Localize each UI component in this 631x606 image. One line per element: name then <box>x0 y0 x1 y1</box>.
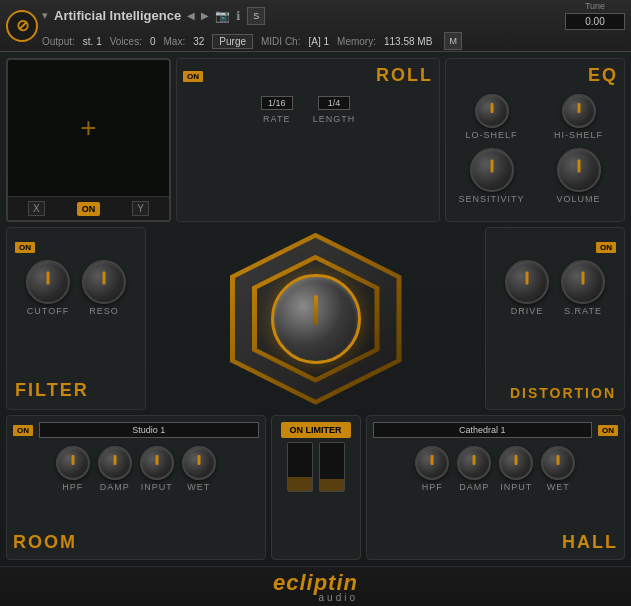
distortion-drive-group: DRIVE <box>505 260 549 316</box>
room-input-group: INPUT <box>140 446 174 492</box>
x-button[interactable]: X <box>28 201 45 216</box>
distortion-srate-label: S.RATE <box>564 306 602 316</box>
lcd-panel: + X ON Y <box>6 58 171 222</box>
room-preset[interactable]: Studio 1 <box>39 422 259 438</box>
distortion-on-indicator[interactable]: ON <box>596 236 616 254</box>
limiter-meters <box>287 442 345 492</box>
distortion-knobs: DRIVE S.RATE <box>494 260 616 316</box>
s-button[interactable]: S <box>247 7 265 25</box>
room-input-label: INPUT <box>141 482 173 492</box>
eq-lo-shelf-group: LO-SHELF <box>452 94 531 140</box>
filter-cutoff-knob[interactable] <box>26 260 70 304</box>
hall-wet-knob[interactable] <box>541 446 575 480</box>
center-knob-area <box>151 233 480 405</box>
nav-prev-icon[interactable]: ◀ <box>187 10 195 21</box>
nav-next-icon[interactable]: ▶ <box>201 10 209 21</box>
hall-wet-label: WET <box>547 482 570 492</box>
hall-hpf-group: HPF <box>415 446 449 492</box>
limiter-section: ON LIMITER <box>271 415 361 560</box>
room-header: ON Studio 1 <box>13 422 259 438</box>
distortion-srate-knob[interactable] <box>561 260 605 304</box>
filter-on-indicator[interactable]: ON <box>15 236 35 254</box>
distortion-drive-knob[interactable] <box>505 260 549 304</box>
footer: ecliptin audio <box>0 566 631 606</box>
roll-length-value[interactable]: 1/4 <box>318 96 350 110</box>
output-value[interactable]: st. 1 <box>83 36 102 47</box>
roll-title: ROLL <box>183 65 433 86</box>
hall-input-knob[interactable] <box>499 446 533 480</box>
roll-rate-value[interactable]: 1/16 <box>261 96 293 110</box>
lcd-controls: X ON Y <box>8 196 169 220</box>
hall-on-button[interactable]: ON <box>598 425 618 436</box>
filter-knobs: CUTOFF RESO <box>15 260 137 316</box>
eq-volume-knob[interactable] <box>557 148 601 192</box>
max-value: 32 <box>193 36 204 47</box>
hall-hpf-knob[interactable] <box>415 446 449 480</box>
hall-header: Cathedral 1 ON <box>373 422 619 438</box>
eq-section: EQ LO-SHELF HI-SHELF SENSITIVITY VOLUME <box>445 58 625 222</box>
plugin-info: ▾ Artificial Intelligence ◀ ▶ 📷 ℹ S Tune… <box>42 1 625 50</box>
memory-value: 113.58 MB <box>384 36 432 47</box>
limiter-meter-right <box>319 442 345 492</box>
eq-title: EQ <box>452 65 618 86</box>
brand-container: ecliptin audio <box>273 570 358 603</box>
hall-damp-label: DAMP <box>459 482 489 492</box>
distortion-drive-label: DRIVE <box>511 306 544 316</box>
hall-damp-group: DAMP <box>457 446 491 492</box>
middle-section: ON CUTOFF RESO FILTER <box>6 227 625 410</box>
hall-title: HALL <box>562 532 618 553</box>
camera-icon[interactable]: 📷 <box>215 9 230 23</box>
purge-button[interactable]: Purge <box>212 34 253 49</box>
limiter-button[interactable]: ON LIMITER <box>281 422 351 438</box>
room-knobs: HPF DAMP INPUT WET <box>13 446 259 492</box>
room-damp-label: DAMP <box>100 482 130 492</box>
roll-section: ON ROLL 1/16 RATE 1/4 LENGTH <box>176 58 440 222</box>
eq-sensitivity-knob[interactable] <box>470 148 514 192</box>
main-knob[interactable] <box>271 274 361 364</box>
tune-value[interactable]: 0.00 <box>565 13 625 30</box>
hall-knobs: HPF DAMP INPUT WET <box>373 446 619 492</box>
top-bar: ⊘ ▾ Artificial Intelligence ◀ ▶ 📷 ℹ S Tu… <box>0 0 631 52</box>
hall-preset[interactable]: Cathedral 1 <box>373 422 593 438</box>
filter-cutoff-group: CUTOFF <box>26 260 70 316</box>
limiter-meter-left <box>287 442 313 492</box>
room-damp-knob[interactable] <box>98 446 132 480</box>
y-button[interactable]: Y <box>132 201 149 216</box>
info-icon[interactable]: ℹ <box>236 9 241 23</box>
eq-sensitivity-label: SENSITIVITY <box>458 194 524 204</box>
roll-on-indicator[interactable]: ON <box>183 65 203 83</box>
plugin-title: Artificial Intelligence <box>54 8 181 23</box>
roll-length-group: 1/4 LENGTH <box>313 96 356 124</box>
eq-knobs-grid: LO-SHELF HI-SHELF SENSITIVITY VOLUME <box>452 94 618 204</box>
midi-value[interactable]: [A] 1 <box>308 36 329 47</box>
lcd-screen: + <box>8 60 169 196</box>
distortion-title: DISTORTION <box>510 385 616 401</box>
roll-length-label: LENGTH <box>313 114 356 124</box>
eq-hi-shelf-group: HI-SHELF <box>539 94 618 140</box>
add-icon[interactable]: + <box>80 112 96 144</box>
top-section: + X ON Y ON ROLL 1/16 RATE 1/4 LENGTH <box>6 58 625 222</box>
roll-rate-label: RATE <box>263 114 290 124</box>
hall-section: Cathedral 1 ON HPF DAMP INPUT W <box>366 415 626 560</box>
roll-controls: 1/16 RATE 1/4 LENGTH <box>183 96 433 124</box>
lcd-on-button[interactable]: ON <box>77 202 101 216</box>
distortion-section: ON DRIVE S.RATE DISTORTION <box>485 227 625 410</box>
filter-reso-knob[interactable] <box>82 260 126 304</box>
room-input-knob[interactable] <box>140 446 174 480</box>
m-button[interactable]: M <box>444 32 462 50</box>
room-on-button[interactable]: ON <box>13 425 33 436</box>
hall-wet-group: WET <box>541 446 575 492</box>
room-hpf-knob[interactable] <box>56 446 90 480</box>
filter-reso-group: RESO <box>82 260 126 316</box>
dropdown-arrow-icon[interactable]: ▾ <box>42 9 48 22</box>
bottom-section: ON Studio 1 HPF DAMP INPUT WET <box>6 415 625 560</box>
hall-input-label: INPUT <box>500 482 532 492</box>
eq-lo-shelf-knob[interactable] <box>475 94 509 128</box>
filter-reso-label: RESO <box>89 306 119 316</box>
memory-label: Memory: <box>337 36 376 47</box>
eq-hi-shelf-knob[interactable] <box>562 94 596 128</box>
filter-title: FILTER <box>15 380 89 401</box>
hall-damp-knob[interactable] <box>457 446 491 480</box>
room-wet-knob[interactable] <box>182 446 216 480</box>
room-hpf-label: HPF <box>62 482 83 492</box>
